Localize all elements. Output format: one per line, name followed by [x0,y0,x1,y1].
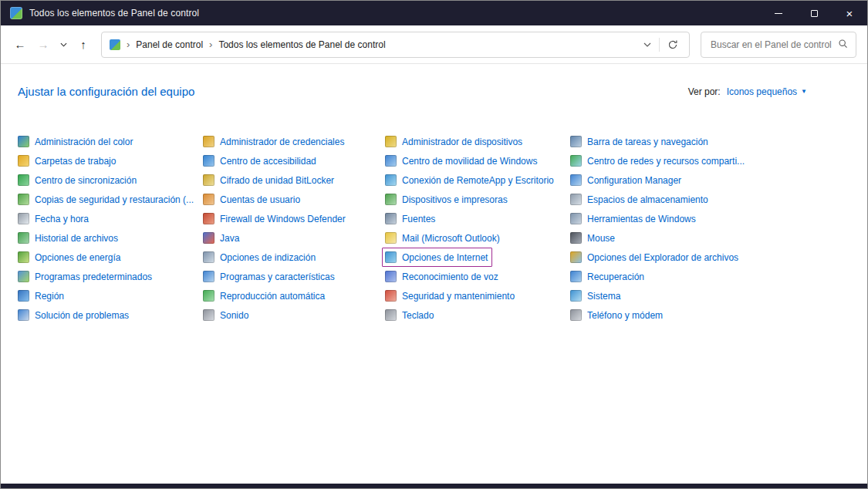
control-panel-item[interactable]: Dispositivos e impresoras [385,190,508,209]
control-panel-item[interactable]: Centro de sincronización [18,170,137,190]
forward-button[interactable]: → [32,33,55,56]
control-panel-item[interactable]: Fuentes [385,209,435,228]
items-column: Administración del colorCarpetas de trab… [18,132,203,325]
control-panel-item[interactable]: Opciones de energía [18,248,120,267]
control-panel-item[interactable]: Recuperación [570,267,644,286]
control-panel-item[interactable]: Centro de redes y recursos comparti... [570,151,745,170]
item-label: Centro de movilidad de Windows [402,156,537,167]
control-panel-item[interactable]: Programas y características [203,267,335,286]
refresh-icon [667,39,678,50]
control-panel-item[interactable]: Barra de tareas y navegación [570,132,708,151]
item-label: Administración del color [35,137,133,147]
control-panel-item[interactable]: Teléfono y módem [570,305,663,325]
user-accounts-icon [203,194,214,205]
up-button[interactable]: ↑ [72,33,95,56]
control-panel-item[interactable]: Cuentas de usuario [203,190,300,209]
control-panel-item[interactable]: Reproducción automática [203,286,325,305]
control-panel-item[interactable]: Firewall de Windows Defender [203,209,346,228]
control-panel-item[interactable]: Centro de accesibilidad [203,151,316,170]
control-panel-item[interactable]: Mouse [570,228,615,248]
control-panel-item[interactable]: Administrador de credenciales [203,132,344,151]
items-column: Administrador de dispositivosCentro de m… [385,132,570,325]
control-panel-item[interactable]: Solución de problemas [18,305,129,325]
items-column: Barra de tareas y navegaciónCentro de re… [570,132,867,325]
control-panel-item[interactable]: Opciones de Internet [385,248,488,267]
page-title: Ajustar la configuración del equipo [18,85,194,98]
control-panel-item[interactable]: Java [203,228,239,248]
sync-center-icon [18,174,29,186]
maximize-button[interactable] [796,1,832,25]
close-button[interactable]: × [832,1,867,25]
region-icon [18,290,29,302]
control-panel-icon [110,39,120,50]
control-panel-item[interactable]: Carpetas de trabajo [18,151,116,170]
file-history-icon [18,232,29,244]
control-panel-item[interactable]: Fecha y hora [18,209,89,228]
sound-icon [203,309,214,321]
control-panel-item[interactable]: Herramientas de Windows [570,209,696,228]
breadcrumb-panel-de-control[interactable]: Panel de control [136,39,203,50]
power-options-icon [18,251,29,263]
back-icon: ← [15,38,26,51]
refresh-button[interactable] [660,39,681,50]
control-panel-item[interactable]: Sistema [570,286,620,305]
system-icon [570,290,582,302]
control-panel-item[interactable]: Administrador de dispositivos [385,132,522,151]
item-label: Java [220,233,239,244]
mouse-icon [570,232,582,244]
recovery-icon [570,271,582,282]
back-button[interactable]: ← [8,33,32,56]
control-panel-item[interactable]: Teclado [385,305,434,325]
search-icon [838,38,848,52]
breadcrumb-todos-los-elementos[interactable]: Todos los elementos de Panel de control [218,39,385,50]
control-panel-icon [10,7,22,19]
page-header: Ajustar la configuración del equipo Ver … [1,64,867,98]
programs-features-icon [203,271,214,282]
item-label: Programas predeterminados [35,271,152,282]
control-panel-item[interactable]: Conexión de RemoteApp y Escritorio [385,170,554,190]
recent-locations-button[interactable] [55,33,72,56]
work-folders-icon [18,155,29,167]
control-panel-item[interactable]: Administración del color [18,132,133,151]
item-label: Firewall de Windows Defender [220,214,346,224]
search-input[interactable] [709,39,838,51]
chevron-down-icon [60,42,67,47]
item-label: Mail (Microsoft Outlook) [402,233,500,244]
control-panel-item[interactable]: Copias de seguridad y restauración (... [18,190,194,209]
control-panel-window: Todos los elementos de Panel de control … [0,0,868,489]
autoplay-icon [203,290,214,302]
control-panel-item[interactable]: Programas predeterminados [18,267,152,286]
address-dropdown-button[interactable] [636,42,659,47]
item-label: Centro de sincronización [35,175,137,186]
windows-tools-icon [570,213,582,224]
view-by-dropdown[interactable]: Iconos pequeños ▼ [727,86,807,97]
minimize-button[interactable] [761,1,796,25]
control-panel-item[interactable]: Opciones de indización [203,248,316,267]
keyboard-icon [385,309,397,321]
window-title: Todos los elementos de Panel de control [29,8,199,19]
control-panel-item[interactable]: Opciones del Explorador de archivos [570,248,738,267]
maximize-icon [811,10,818,17]
control-panel-item[interactable]: Seguridad y mantenimiento [385,286,515,305]
control-panel-item[interactable]: Cifrado de unidad BitLocker [203,170,334,190]
item-label: Opciones de energía [35,252,120,263]
breadcrumb-chevron-icon: › [127,39,130,50]
items-column: Administrador de credencialesCentro de a… [203,132,385,325]
item-label: Centro de accesibilidad [220,156,316,167]
control-panel-item[interactable]: Mail (Microsoft Outlook) [385,228,500,248]
address-bar[interactable]: › Panel de control › Todos los elementos… [101,32,690,58]
control-panel-item[interactable]: Sonido [203,305,248,325]
control-panel-item[interactable]: Reconocimiento de voz [385,267,498,286]
item-label: Región [35,291,64,302]
item-label: Conexión de RemoteApp y Escritorio [402,175,554,186]
control-panel-item[interactable]: Historial de archivos [18,228,118,248]
date-time-icon [18,213,29,224]
item-label: Solución de problemas [35,310,129,321]
control-panel-item[interactable]: Centro de movilidad de Windows [385,151,537,170]
control-panel-item[interactable]: Espacios de almacenamiento [570,190,708,209]
mail-icon [385,232,397,244]
speech-recognition-icon [385,271,397,282]
internet-options-icon [385,251,397,263]
control-panel-item[interactable]: Región [18,286,64,305]
control-panel-item[interactable]: Configuration Manager [570,170,681,190]
